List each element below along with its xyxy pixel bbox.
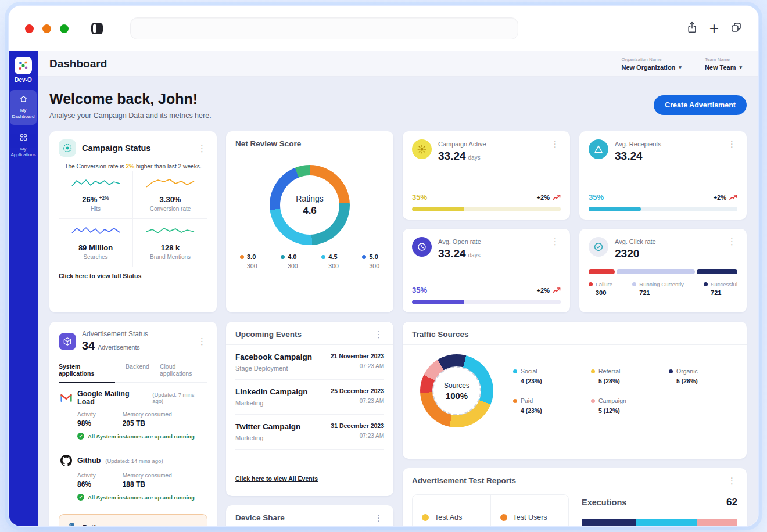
team-selector: Team Name New Team ▾ <box>705 57 742 71</box>
campaign-status-card: Campaign Status ⋮ The Conversion rate is… <box>49 131 217 312</box>
legend-count: 300 <box>247 263 257 269</box>
executions-stacked-bar <box>582 519 737 527</box>
kpi-percent: 35% <box>589 193 604 202</box>
legend-label: Organic <box>676 368 698 375</box>
advertisement-count: 34 <box>82 339 95 352</box>
traffic-sources-title: Traffic Sources <box>412 330 737 339</box>
avg-click-rate-menu-button[interactable]: ⋮ <box>726 237 737 246</box>
legend-item: 5.0 300 <box>362 253 379 269</box>
tab-backend[interactable]: Backend <box>126 360 149 382</box>
avg-recipients-menu-button[interactable]: ⋮ <box>726 139 737 148</box>
zoom-window-button[interactable] <box>60 24 69 33</box>
test-users-item[interactable]: Test Users <box>490 495 569 527</box>
app-status-text: All System instances are up and running <box>88 494 195 501</box>
app-name: Github <box>77 456 101 465</box>
kpi-delta: +2% <box>714 194 726 201</box>
legend-label: Referral <box>598 368 620 375</box>
advertisement-status-tabs: System applications Backend Cloud applic… <box>59 360 207 383</box>
kpi-value: 2320 <box>615 247 639 260</box>
ratings-label: Ratings <box>296 194 323 203</box>
close-window-button[interactable] <box>25 24 34 33</box>
share-icon[interactable] <box>686 21 698 36</box>
new-tab-button[interactable]: + <box>709 23 719 34</box>
legend-dot <box>422 514 429 521</box>
brand-mentions-sparkline <box>145 225 195 240</box>
team-dropdown[interactable]: New Team ▾ <box>705 64 742 71</box>
event-time: 07:23 AM <box>331 433 384 439</box>
traffic-sources-card: Traffic Sources Sources 100% <box>403 322 747 459</box>
view-full-status-link[interactable]: Click here to view full Status <box>59 272 141 279</box>
organization-dropdown[interactable]: New Organization ▾ <box>621 64 681 71</box>
kpi-delta: +2% <box>537 287 550 294</box>
minimize-window-button[interactable] <box>42 24 51 33</box>
view-all-events-link[interactable]: Click here to view All Events <box>235 475 384 482</box>
memory-label: Memory consumed <box>123 411 172 418</box>
page-header: Dashboard Organization Name New Organiza… <box>38 51 758 77</box>
sun-icon <box>412 139 432 159</box>
app-updated: (Updated: 7 mins ago) <box>152 391 206 404</box>
legend-score: 3.0 <box>247 253 256 260</box>
kpi-grid: Campaign Active 33.24days ⋮ 35% +2% <box>403 131 747 312</box>
campaign-status-title: Campaign Status <box>82 143 150 153</box>
legend-item: Social 4 (23%) <box>513 368 576 384</box>
triangle-icon <box>589 139 608 159</box>
test-reports-menu-button[interactable]: ⋮ <box>726 476 737 485</box>
tab-cloud-applications[interactable]: Cloud applications <box>160 360 207 382</box>
progress-bar <box>589 207 737 211</box>
app-row-google-mailing[interactable]: Google Mailing Load (Updated: 7 mins ago… <box>59 383 207 447</box>
dashboard-content: Welcome back, John! Analyse your Campaig… <box>38 77 758 527</box>
app-row-python[interactable]: Python (Updated: 16 mins ago) <box>59 514 207 527</box>
upcoming-events-menu-button[interactable]: ⋮ <box>373 330 384 339</box>
app-logo[interactable] <box>15 57 32 74</box>
address-bar[interactable] <box>130 17 518 39</box>
app-name: Python <box>83 524 107 527</box>
tab-overview-icon[interactable] <box>730 21 742 35</box>
ratings-legend: 3.0 300 4.0 300 4.5 300 <box>235 253 384 269</box>
event-category: Stage Deployment <box>235 365 312 372</box>
organization-selector: Organization Name New Organization ▾ <box>621 57 681 71</box>
tab-system-applications[interactable]: System applications <box>59 360 115 383</box>
legend-label: Paid <box>521 397 533 404</box>
sidebar-item-my-applications[interactable]: My Applications <box>10 128 37 163</box>
cards-grid: Campaign Status ⋮ The Conversion rate is… <box>49 131 747 527</box>
event-row-linkedin[interactable]: LinkedIn Campaign Marketing 25 December … <box>235 380 384 415</box>
net-review-score-card: Net Review Score Ratings 4.6 <box>226 131 393 312</box>
app-row-github[interactable]: Github (Updated: 14 mins ago) Activity86… <box>59 447 207 508</box>
check-circle-icon <box>589 237 608 257</box>
legend-value: 4 (23%) <box>521 378 576 384</box>
legend-item: 3.0 300 <box>240 253 257 269</box>
test-ads-item[interactable]: Test Ads <box>413 495 490 527</box>
legend-label: Failure <box>596 281 612 287</box>
campaign-status-menu-button[interactable]: ⋮ <box>196 144 207 153</box>
app-logo-text: Dev-O <box>15 77 31 83</box>
stat-label: Conversion rate <box>137 206 204 212</box>
avg-open-rate-menu-button[interactable]: ⋮ <box>550 237 561 246</box>
upcoming-events-card: Upcoming Events ⋮ Facebook Campaign Stag… <box>226 322 393 496</box>
activity-label: Activity <box>77 472 96 479</box>
browser-window: + Dev-O <box>8 5 759 527</box>
legend-value: 5 (12%) <box>598 407 654 414</box>
sidebar-item-my-dashboard[interactable]: My Dashboard <box>10 90 37 125</box>
device-share-menu-button[interactable]: ⋮ <box>373 513 384 522</box>
legend-label: Running Currently <box>639 281 684 287</box>
advertisement-status-title: Advertisement Status <box>82 330 148 338</box>
create-advertisment-button[interactable]: Create Advertisment <box>654 95 747 115</box>
legend-value: 5 (28%) <box>676 378 732 384</box>
browser-sidebar-toggle-icon[interactable] <box>91 21 103 35</box>
event-name: Twitter Campaign <box>235 422 300 431</box>
legend-label: Social <box>521 368 537 375</box>
event-row-twitter[interactable]: Twitter Campaign Marketing 31 December 2… <box>235 415 384 450</box>
legend-item: Campaign 5 (12%) <box>591 397 654 414</box>
campaign-active-menu-button[interactable]: ⋮ <box>550 139 561 148</box>
legend-count: 300 <box>596 289 612 296</box>
avg-open-rate-card: Avg. Open rate 33.24days ⋮ 35% +2% <box>403 229 570 312</box>
stat-searches: 89 Million Searches <box>59 219 133 267</box>
net-review-title: Net Review Score <box>235 139 384 148</box>
legend-label: Test Ads <box>435 513 462 522</box>
app-updated: (Updated: 14 mins ago) <box>105 458 163 464</box>
executions-label: Executions <box>582 498 626 507</box>
advertisement-status-menu-button[interactable]: ⋮ <box>196 337 207 346</box>
event-row-facebook[interactable]: Facebook Campaign Stage Deployment 21 No… <box>235 345 384 380</box>
upcoming-events-title: Upcoming Events <box>235 330 302 339</box>
legend-item: Failure 300 <box>589 281 612 296</box>
